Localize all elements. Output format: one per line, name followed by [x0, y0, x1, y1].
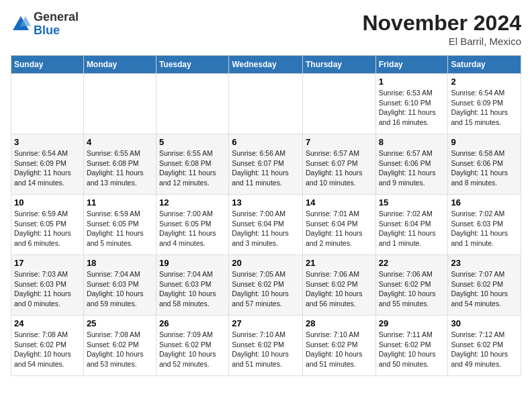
logo-icon — [11, 14, 31, 34]
calendar-cell — [302, 74, 375, 134]
day-info: Sunrise: 6:58 AM Sunset: 6:06 PM Dayligh… — [451, 148, 518, 188]
day-number: 27 — [232, 318, 300, 328]
day-number: 17 — [14, 258, 81, 268]
day-number: 16 — [451, 197, 518, 208]
day-info: Sunrise: 6:56 AM Sunset: 6:07 PM Dayligh… — [232, 148, 300, 188]
day-info: Sunrise: 7:06 AM Sunset: 6:02 PM Dayligh… — [306, 269, 373, 309]
location: El Barril, Mexico — [362, 36, 521, 47]
day-info: Sunrise: 6:53 AM Sunset: 6:10 PM Dayligh… — [379, 88, 445, 128]
day-info: Sunrise: 6:57 AM Sunset: 6:06 PM Dayligh… — [379, 148, 445, 188]
calendar-cell: 24Sunrise: 7:08 AM Sunset: 6:02 PM Dayli… — [11, 316, 84, 376]
calendar-cell: 22Sunrise: 7:06 AM Sunset: 6:02 PM Dayli… — [375, 255, 448, 316]
calendar-week-row: 3Sunrise: 6:54 AM Sunset: 6:09 PM Daylig… — [11, 134, 521, 195]
day-number: 28 — [306, 318, 373, 328]
day-info: Sunrise: 7:02 AM Sunset: 6:04 PM Dayligh… — [379, 209, 445, 248]
calendar-table: SundayMondayTuesdayWednesdayThursdayFrid… — [11, 55, 521, 376]
day-info: Sunrise: 7:12 AM Sunset: 6:02 PM Dayligh… — [451, 330, 518, 369]
day-number: 24 — [14, 318, 81, 328]
day-number: 25 — [87, 318, 153, 328]
day-number: 15 — [379, 197, 445, 208]
calendar-cell: 14Sunrise: 7:01 AM Sunset: 6:04 PM Dayli… — [302, 195, 375, 255]
calendar-cell: 10Sunrise: 6:59 AM Sunset: 6:05 PM Dayli… — [11, 195, 84, 255]
logo-text: General Blue — [34, 11, 79, 38]
calendar-cell: 2Sunrise: 6:54 AM Sunset: 6:09 PM Daylig… — [448, 74, 521, 134]
day-info: Sunrise: 7:04 AM Sunset: 6:03 PM Dayligh… — [159, 269, 226, 309]
day-info: Sunrise: 7:05 AM Sunset: 6:02 PM Dayligh… — [232, 269, 300, 309]
calendar-cell: 17Sunrise: 7:03 AM Sunset: 6:03 PM Dayli… — [11, 255, 84, 316]
day-number: 30 — [451, 318, 518, 328]
calendar-cell: 15Sunrise: 7:02 AM Sunset: 6:04 PM Dayli… — [375, 195, 448, 255]
day-info: Sunrise: 7:07 AM Sunset: 6:02 PM Dayligh… — [451, 269, 518, 309]
day-number: 8 — [379, 137, 445, 147]
day-info: Sunrise: 6:57 AM Sunset: 6:07 PM Dayligh… — [306, 148, 373, 188]
day-number: 11 — [87, 197, 153, 208]
day-number: 5 — [159, 137, 226, 147]
day-info: Sunrise: 7:09 AM Sunset: 6:02 PM Dayligh… — [159, 330, 226, 369]
page-header: General Blue November 2024 El Barril, Me… — [11, 11, 521, 47]
calendar-cell: 5Sunrise: 6:55 AM Sunset: 6:08 PM Daylig… — [156, 134, 228, 195]
calendar-week-row: 24Sunrise: 7:08 AM Sunset: 6:02 PM Dayli… — [11, 316, 521, 376]
day-info: Sunrise: 6:59 AM Sunset: 6:05 PM Dayligh… — [14, 209, 81, 248]
day-number: 29 — [379, 318, 445, 328]
day-info: Sunrise: 7:01 AM Sunset: 6:04 PM Dayligh… — [306, 209, 373, 248]
weekday-header: Saturday — [448, 56, 521, 74]
day-number: 22 — [379, 258, 445, 268]
calendar-cell: 23Sunrise: 7:07 AM Sunset: 6:02 PM Dayli… — [448, 255, 521, 316]
day-info: Sunrise: 7:11 AM Sunset: 6:02 PM Dayligh… — [379, 330, 445, 369]
day-info: Sunrise: 7:08 AM Sunset: 6:02 PM Dayligh… — [87, 330, 153, 369]
day-info: Sunrise: 7:04 AM Sunset: 6:03 PM Dayligh… — [87, 269, 153, 309]
weekday-header: Sunday — [11, 56, 84, 74]
day-info: Sunrise: 6:55 AM Sunset: 6:08 PM Dayligh… — [87, 148, 153, 188]
weekday-header: Friday — [375, 56, 448, 74]
logo: General Blue — [11, 11, 79, 38]
day-number: 18 — [87, 258, 153, 268]
calendar-cell: 9Sunrise: 6:58 AM Sunset: 6:06 PM Daylig… — [448, 134, 521, 195]
day-info: Sunrise: 6:59 AM Sunset: 6:05 PM Dayligh… — [87, 209, 153, 248]
calendar-cell: 26Sunrise: 7:09 AM Sunset: 6:02 PM Dayli… — [156, 316, 228, 376]
day-number: 3 — [14, 137, 81, 147]
calendar-cell: 30Sunrise: 7:12 AM Sunset: 6:02 PM Dayli… — [448, 316, 521, 376]
calendar-cell: 20Sunrise: 7:05 AM Sunset: 6:02 PM Dayli… — [229, 255, 303, 316]
day-info: Sunrise: 7:03 AM Sunset: 6:03 PM Dayligh… — [14, 269, 81, 309]
calendar-cell: 8Sunrise: 6:57 AM Sunset: 6:06 PM Daylig… — [375, 134, 448, 195]
calendar-week-row: 1Sunrise: 6:53 AM Sunset: 6:10 PM Daylig… — [11, 74, 521, 134]
weekday-header: Wednesday — [229, 56, 303, 74]
calendar-cell: 18Sunrise: 7:04 AM Sunset: 6:03 PM Dayli… — [83, 255, 156, 316]
day-number: 9 — [451, 137, 518, 147]
calendar-cell: 19Sunrise: 7:04 AM Sunset: 6:03 PM Dayli… — [156, 255, 228, 316]
calendar-cell: 29Sunrise: 7:11 AM Sunset: 6:02 PM Dayli… — [375, 316, 448, 376]
calendar-cell: 16Sunrise: 7:02 AM Sunset: 6:03 PM Dayli… — [448, 195, 521, 255]
day-number: 6 — [232, 137, 300, 147]
day-number: 2 — [451, 77, 518, 87]
calendar-cell: 28Sunrise: 7:10 AM Sunset: 6:02 PM Dayli… — [302, 316, 375, 376]
calendar-cell: 25Sunrise: 7:08 AM Sunset: 6:02 PM Dayli… — [83, 316, 156, 376]
calendar-cell: 12Sunrise: 7:00 AM Sunset: 6:05 PM Dayli… — [156, 195, 228, 255]
day-number: 12 — [159, 197, 226, 208]
logo-blue: Blue — [34, 24, 79, 38]
day-number: 1 — [379, 77, 445, 87]
day-info: Sunrise: 6:54 AM Sunset: 6:09 PM Dayligh… — [451, 88, 518, 128]
day-info: Sunrise: 7:10 AM Sunset: 6:02 PM Dayligh… — [306, 330, 373, 369]
day-info: Sunrise: 7:10 AM Sunset: 6:02 PM Dayligh… — [232, 330, 300, 369]
calendar-week-row: 10Sunrise: 6:59 AM Sunset: 6:05 PM Dayli… — [11, 195, 521, 255]
calendar-cell: 6Sunrise: 6:56 AM Sunset: 6:07 PM Daylig… — [229, 134, 303, 195]
weekday-header: Tuesday — [156, 56, 228, 74]
calendar-cell: 1Sunrise: 6:53 AM Sunset: 6:10 PM Daylig… — [375, 74, 448, 134]
day-number: 26 — [159, 318, 226, 328]
day-number: 19 — [159, 258, 226, 268]
day-info: Sunrise: 7:08 AM Sunset: 6:02 PM Dayligh… — [14, 330, 81, 369]
title-area: November 2024 El Barril, Mexico — [362, 11, 521, 47]
calendar-cell: 27Sunrise: 7:10 AM Sunset: 6:02 PM Dayli… — [229, 316, 303, 376]
weekday-header: Monday — [83, 56, 156, 74]
day-number: 21 — [306, 258, 373, 268]
day-number: 10 — [14, 197, 81, 208]
day-number: 13 — [232, 197, 300, 208]
calendar-week-row: 17Sunrise: 7:03 AM Sunset: 6:03 PM Dayli… — [11, 255, 521, 316]
day-info: Sunrise: 6:54 AM Sunset: 6:09 PM Dayligh… — [14, 148, 81, 188]
calendar-cell: 11Sunrise: 6:59 AM Sunset: 6:05 PM Dayli… — [83, 195, 156, 255]
month-title: November 2024 — [362, 11, 521, 36]
logo-general: General — [34, 11, 79, 24]
day-number: 4 — [87, 137, 153, 147]
calendar-cell — [11, 74, 84, 134]
weekday-header-row: SundayMondayTuesdayWednesdayThursdayFrid… — [11, 56, 521, 74]
